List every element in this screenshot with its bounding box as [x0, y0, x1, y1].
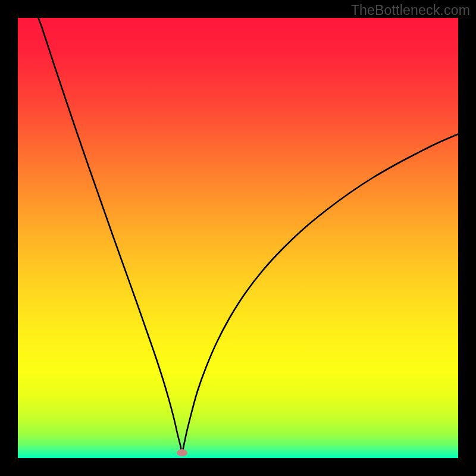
watermark-text: TheBottleneck.com — [351, 2, 470, 18]
optimum-marker — [177, 449, 187, 456]
gradient-background — [18, 18, 458, 458]
bottleneck-curve-chart — [18, 18, 458, 458]
plot-area — [18, 18, 458, 458]
